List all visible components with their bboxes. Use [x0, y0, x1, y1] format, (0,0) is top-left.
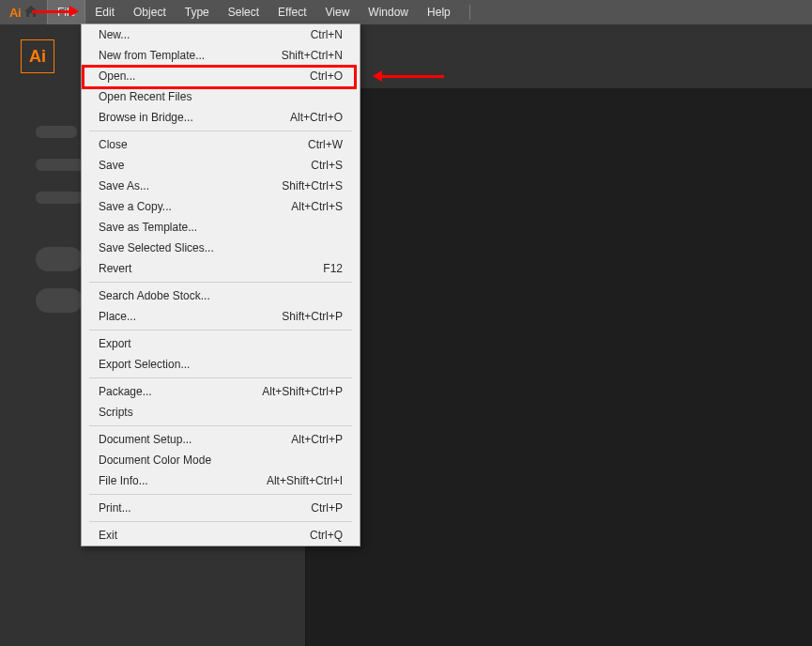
menu-item-scripts[interactable]: Scripts	[82, 402, 360, 423]
app-logo-text: Ai	[29, 47, 46, 67]
menu-separator	[89, 131, 352, 131]
annotation-arrowhead-icon	[373, 70, 382, 82]
menu-item-label: Search Adobe Stock...	[99, 289, 343, 302]
menubar-home[interactable]: Ai	[6, 6, 47, 20]
menu-item-label: New from Template...	[99, 49, 282, 62]
menu-item-save-selected-slices[interactable]: Save Selected Slices...	[82, 238, 360, 258]
menu-item-shortcut: Ctrl+O	[310, 69, 343, 83]
menu-item-label: Save As...	[99, 179, 282, 192]
menubar-item-label: Object	[133, 6, 166, 19]
menu-separator	[89, 521, 352, 522]
menu-item-export[interactable]: Export	[82, 333, 360, 354]
menu-item-shortcut: Ctrl+S	[311, 159, 343, 172]
panel-button-placeholder[interactable]	[36, 247, 83, 271]
menubar-item-type[interactable]: Type	[176, 0, 219, 24]
menu-item-shortcut: Alt+Shift+Ctrl+P	[262, 385, 343, 398]
menubar-item-label: Type	[185, 6, 209, 19]
menu-separator	[89, 425, 352, 426]
menu-item-label: Export	[99, 337, 343, 350]
menu-item-label: Export Selection...	[99, 358, 343, 371]
menu-item-print[interactable]: Print...Ctrl+P	[82, 498, 360, 518]
menubar-item-label: Select	[228, 6, 259, 19]
menu-item-document-setup[interactable]: Document Setup...Alt+Ctrl+P	[82, 429, 360, 450]
menu-item-save-as-template[interactable]: Save as Template...	[82, 217, 360, 238]
menu-item-open-recent-files[interactable]: Open Recent Files	[82, 86, 360, 107]
menu-item-shortcut: Shift+Ctrl+P	[282, 310, 343, 323]
menubar-item-select[interactable]: Select	[219, 0, 268, 24]
menubar-item-edit[interactable]: Edit	[85, 0, 124, 24]
menu-item-document-color-mode[interactable]: Document Color Mode	[82, 450, 360, 470]
menu-item-search-adobe-stock[interactable]: Search Adobe Stock...	[82, 285, 360, 306]
menu-item-revert[interactable]: RevertF12	[82, 258, 360, 279]
menu-item-package[interactable]: Package...Alt+Shift+Ctrl+P	[82, 381, 360, 402]
menu-item-label: Save as Template...	[99, 221, 343, 234]
menu-item-close[interactable]: CloseCtrl+W	[82, 134, 360, 155]
menubar-item-label: Help	[427, 6, 451, 19]
menu-item-label: Save Selected Slices...	[99, 241, 343, 254]
menu-item-export-selection[interactable]: Export Selection...	[82, 354, 360, 375]
menu-item-shortcut: Ctrl+P	[311, 501, 343, 515]
menu-item-label: Document Color Mode	[99, 454, 343, 467]
home-icon	[24, 6, 38, 20]
menu-item-shortcut: Alt+Ctrl+P	[291, 433, 343, 446]
menubar-item-label: Edit	[95, 6, 115, 19]
menu-item-label: Open...	[99, 69, 310, 83]
menu-item-label: Print...	[99, 501, 311, 515]
menu-item-shortcut: Alt+Shift+Ctrl+I	[267, 474, 343, 487]
menu-item-save-as[interactable]: Save As...Shift+Ctrl+S	[82, 176, 360, 196]
menubar-item-effect[interactable]: Effect	[268, 0, 315, 24]
annotation-arrowhead-icon	[69, 6, 79, 17]
home-ai-text: Ai	[9, 6, 21, 20]
menu-item-shortcut: Shift+Ctrl+N	[282, 49, 343, 62]
menubar-item-view[interactable]: View	[316, 0, 360, 24]
menu-item-new-from-template[interactable]: New from Template...Shift+Ctrl+N	[82, 45, 360, 66]
menu-item-shortcut: Ctrl+W	[308, 138, 343, 151]
menu-item-label: Scripts	[99, 406, 343, 419]
menu-item-label: Place...	[99, 310, 282, 323]
menu-item-label: Close	[99, 138, 308, 151]
app-logo[interactable]: Ai	[21, 39, 54, 73]
menu-item-browse-in-bridge[interactable]: Browse in Bridge...Alt+Ctrl+O	[82, 107, 360, 128]
menu-item-open[interactable]: Open...Ctrl+O	[82, 66, 360, 86]
menubar-divider	[469, 5, 470, 20]
menubar-items: FileEditObjectTypeSelectEffectViewWindow…	[47, 0, 460, 24]
menu-item-shortcut: Shift+Ctrl+S	[282, 179, 343, 192]
panel-button-placeholder[interactable]	[36, 288, 83, 313]
menu-item-shortcut: Ctrl+N	[311, 28, 343, 41]
menu-item-label: Revert	[99, 262, 323, 275]
menubar-item-help[interactable]: Help	[418, 0, 460, 24]
menu-separator	[89, 282, 352, 283]
menubar-item-window[interactable]: Window	[359, 0, 418, 24]
menubar-item-label: Window	[368, 6, 408, 19]
menu-item-place[interactable]: Place...Shift+Ctrl+P	[82, 306, 360, 327]
menu-item-save[interactable]: SaveCtrl+S	[82, 155, 360, 176]
menu-item-shortcut: Alt+Ctrl+S	[291, 200, 343, 213]
menu-item-label: Open Recent Files	[99, 90, 343, 103]
menu-item-label: Package...	[99, 385, 262, 398]
menu-item-label: New...	[99, 28, 311, 41]
menu-item-shortcut: Ctrl+Q	[310, 529, 343, 542]
home-right-panel	[306, 88, 812, 646]
menu-separator	[89, 494, 352, 495]
menubar-item-file[interactable]: File	[47, 0, 85, 24]
menu-item-shortcut: F12	[323, 262, 343, 275]
file-menu-dropdown: New...Ctrl+NNew from Template...Shift+Ct…	[81, 23, 360, 546]
menu-item-shortcut: Alt+Ctrl+O	[290, 111, 343, 124]
menu-item-new[interactable]: New...Ctrl+N	[82, 24, 360, 45]
menu-item-label: File Info...	[99, 474, 267, 487]
menu-item-file-info[interactable]: File Info...Alt+Shift+Ctrl+I	[82, 470, 360, 491]
menubar: Ai FileEditObjectTypeSelectEffectViewWin…	[0, 0, 812, 24]
menu-item-exit[interactable]: ExitCtrl+Q	[82, 525, 360, 546]
menu-item-save-a-copy[interactable]: Save a Copy...Alt+Ctrl+S	[82, 196, 360, 217]
menubar-item-label: View	[326, 6, 350, 19]
menubar-item-label: Effect	[278, 6, 306, 19]
menu-separator	[89, 330, 352, 331]
menu-item-label: Browse in Bridge...	[99, 111, 290, 124]
panel-placeholder	[36, 192, 83, 204]
panel-placeholder	[36, 159, 84, 171]
menu-separator	[89, 377, 352, 378]
menu-item-label: Save a Copy...	[99, 200, 291, 213]
menu-item-label: Exit	[99, 529, 310, 542]
panel-placeholder	[36, 126, 77, 138]
menubar-item-object[interactable]: Object	[124, 0, 176, 24]
